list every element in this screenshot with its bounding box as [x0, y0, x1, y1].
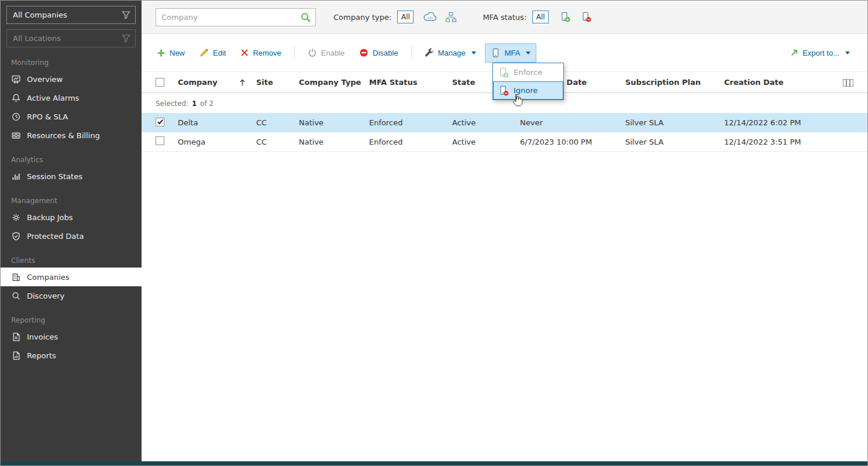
- search-icon[interactable]: [301, 12, 311, 25]
- edit-button[interactable]: Edit: [194, 43, 232, 62]
- column-label: MFA Status: [369, 78, 417, 87]
- all-locations-filter[interactable]: All Locations: [6, 29, 136, 47]
- cell-company-type: Native: [299, 118, 369, 127]
- export-button-label: Export to...: [802, 49, 839, 57]
- column-label: Company: [178, 78, 218, 87]
- column-site[interactable]: Site: [256, 78, 299, 87]
- sidebar-item-session-states[interactable]: Session States: [1, 167, 142, 186]
- column-label: Creation Date: [724, 78, 784, 87]
- power-icon: [308, 48, 317, 57]
- filter-funnel-icon: [122, 11, 130, 19]
- company-search-input[interactable]: [156, 9, 315, 26]
- mfa-status-enforced-button[interactable]: [557, 9, 573, 25]
- phone-enforce-icon: [560, 12, 570, 22]
- column-chooser-icon[interactable]: [843, 79, 853, 88]
- sidebar-item-label: RPO & SLA: [27, 112, 68, 121]
- phone-enforce-icon: [498, 67, 509, 78]
- discovery-icon: [11, 291, 21, 301]
- company-type-cloud-button[interactable]: [422, 9, 438, 25]
- sidebar-item-backup-jobs[interactable]: Backup Jobs: [1, 208, 142, 227]
- selected-total: of 2: [200, 100, 213, 108]
- sidebar-item-discovery[interactable]: Discovery: [1, 286, 142, 305]
- cell-mfa-status: Enforced: [369, 138, 452, 146]
- bell-icon: [11, 93, 21, 103]
- new-button-label: New: [170, 49, 185, 57]
- section-clients: Clients: [1, 253, 142, 268]
- header-checkbox-cell: [156, 78, 178, 87]
- chevron-down-icon: [471, 52, 476, 54]
- column-company[interactable]: Company: [178, 78, 256, 87]
- main-content: Company type: All MFA status: All New: [142, 1, 867, 461]
- hierarchy-icon: [445, 12, 457, 23]
- section-reporting: Reporting: [1, 313, 142, 327]
- mfa-status-all-button[interactable]: All: [532, 11, 549, 23]
- invoice-icon: [11, 332, 21, 342]
- sidebar-item-rpo-sla[interactable]: RPO & SLA: [1, 107, 142, 126]
- all-locations-filter-label: All Locations: [13, 34, 61, 43]
- mfa-status-label: MFA status:: [483, 13, 526, 22]
- phone-ignore-icon: [581, 12, 591, 22]
- column-label: State: [452, 78, 475, 87]
- row-checkbox-cell: [156, 118, 178, 128]
- cell-expiration-date: 6/7/2023 10:00 PM: [520, 138, 625, 146]
- cell-creation-date: 12/14/2022 3:51 PM: [724, 138, 867, 146]
- cell-expiration-date: Never: [520, 118, 625, 127]
- column-company-type[interactable]: Company Type: [299, 78, 369, 87]
- disable-button-label: Disable: [373, 49, 398, 57]
- sidebar-item-active-alarms[interactable]: Active Alarms: [1, 88, 142, 107]
- sidebar-item-overview[interactable]: Overview: [1, 70, 142, 88]
- menu-item-label: Ignore: [514, 86, 538, 95]
- disable-button[interactable]: Disable: [353, 43, 404, 62]
- menu-item-ignore[interactable]: Ignore: [493, 81, 563, 100]
- sidebar-item-label: Resources & Billing: [27, 131, 100, 140]
- plus-icon: [157, 49, 166, 57]
- sidebar-item-companies[interactable]: Companies: [1, 268, 142, 286]
- row-checkbox[interactable]: [156, 136, 164, 145]
- overview-icon: [11, 74, 21, 84]
- cell-mfa-status: Enforced: [369, 118, 452, 127]
- sidebar-item-protected-data[interactable]: Protected Data: [1, 227, 142, 245]
- enable-button: Enable: [302, 43, 350, 62]
- building-icon: [11, 272, 21, 282]
- mfa-button[interactable]: MFA: [485, 43, 537, 63]
- table-row[interactable]: Omega CC Native Enforced Active 6/7/2023…: [142, 132, 867, 152]
- sidebar-item-label: Overview: [27, 75, 63, 84]
- manage-button[interactable]: Manage: [419, 43, 482, 62]
- sidebar-item-label: Companies: [27, 273, 70, 282]
- new-button[interactable]: New: [151, 44, 191, 62]
- export-button[interactable]: Export to...: [784, 44, 856, 62]
- sidebar-item-resources-billing[interactable]: Resources & Billing: [1, 126, 142, 145]
- export-arrow-icon: [790, 49, 798, 57]
- company-type-all-button[interactable]: All: [397, 11, 414, 23]
- no-entry-icon: [359, 48, 368, 57]
- x-icon: [240, 49, 249, 57]
- mfa-button-label: MFA: [505, 49, 521, 57]
- chevron-down-icon: [526, 52, 531, 54]
- remove-button[interactable]: Remove: [235, 44, 287, 62]
- sidebar-item-label: Invoices: [27, 333, 58, 341]
- phone-icon: [491, 48, 501, 58]
- bars-icon: [11, 172, 21, 181]
- select-all-checkbox[interactable]: [156, 78, 164, 87]
- row-checkbox-cell: [156, 136, 178, 147]
- chevron-down-icon: [845, 52, 850, 54]
- column-subscription-plan[interactable]: Subscription Plan: [625, 78, 724, 87]
- cell-company: Omega: [178, 138, 256, 146]
- check-icon: [157, 118, 164, 125]
- company-type-label: Company type:: [333, 13, 391, 22]
- sidebar-item-label: Reports: [27, 351, 56, 360]
- cell-state: Active: [452, 138, 520, 146]
- company-type-resellers-button[interactable]: [443, 9, 459, 25]
- edit-button-label: Edit: [213, 49, 226, 57]
- cell-company: Delta: [178, 118, 256, 127]
- cell-creation-date: 12/14/2022 6:02 PM: [724, 118, 867, 127]
- mfa-status-ignored-button[interactable]: [578, 9, 594, 25]
- row-checkbox-checked[interactable]: [156, 118, 164, 126]
- gear-icon: [11, 213, 21, 222]
- sidebar-item-invoices[interactable]: Invoices: [1, 327, 142, 346]
- cell-subscription-plan: Silver SLA: [625, 138, 724, 146]
- sidebar-item-reports[interactable]: Reports: [1, 346, 142, 365]
- column-mfa-status[interactable]: MFA Status: [369, 78, 452, 87]
- all-companies-filter[interactable]: All Companies: [6, 6, 136, 24]
- table-row[interactable]: Delta CC Native Enforced Active Never Si…: [142, 113, 867, 132]
